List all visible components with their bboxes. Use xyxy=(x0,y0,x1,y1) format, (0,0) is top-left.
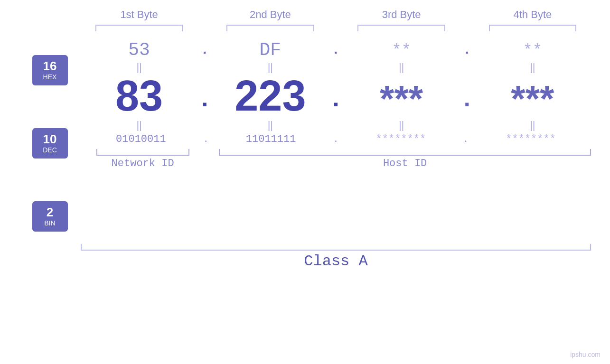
bracket-networkid xyxy=(96,149,189,156)
dec-val-4: *** xyxy=(511,78,554,120)
badge-bin-label: BIN xyxy=(35,219,66,227)
hex-cell-2: DF xyxy=(212,40,328,60)
bin-cell-3: ******** xyxy=(341,133,461,145)
badge-dec-label: DEC xyxy=(35,146,66,154)
dec-row: 83 . 223 . *** . *** xyxy=(81,75,591,117)
hex-dot-1: . xyxy=(197,43,212,57)
dec-dot-2: . xyxy=(329,86,343,117)
eq-sign-2: || xyxy=(268,61,273,73)
hex-cell-4: ** xyxy=(474,41,591,59)
hex-val-1: 53 xyxy=(128,40,150,60)
class-label: Class A xyxy=(81,252,591,270)
badge-hex-number: 16 xyxy=(35,60,66,72)
hex-val-2: DF xyxy=(260,40,282,60)
dec-cell-1: 83 xyxy=(81,75,197,117)
hex-row: 53 . DF . ** . ** xyxy=(81,31,591,60)
eq2-sign-2: || xyxy=(268,119,273,131)
data-cols: 53 . DF . ** . ** || || xyxy=(81,31,591,241)
bin-dot-2: . xyxy=(331,135,341,144)
networkid-label: Network ID xyxy=(112,158,174,169)
bin-cell-4: ******** xyxy=(470,133,591,145)
class-bracket xyxy=(81,244,591,251)
bin-dot-1: . xyxy=(201,135,211,144)
badge-bin: 2 BIN xyxy=(32,201,68,232)
badge-hex-label: HEX xyxy=(35,73,66,81)
dec-dot-1: . xyxy=(197,86,212,117)
bottom-brackets-row xyxy=(81,149,591,156)
bin-dot-3: . xyxy=(461,135,470,144)
badges-col: 16 HEX 10 DEC 2 BIN xyxy=(19,31,81,241)
dec-cell-2: 223 xyxy=(212,75,328,117)
byte-col-3: 3rd Byte xyxy=(343,9,460,31)
badge-bin-number: 2 xyxy=(35,206,66,218)
badge-dec-number: 10 xyxy=(35,133,66,145)
byte-label-4: 4th Byte xyxy=(474,9,591,21)
bracket-top-3 xyxy=(357,25,445,31)
eq2-cell-4: || xyxy=(474,119,591,131)
eq-sign-3: || xyxy=(399,61,404,73)
eq2-sign-4: || xyxy=(530,119,535,131)
bracket-hostid xyxy=(219,149,591,156)
eq2-cell-1: || xyxy=(81,119,197,131)
watermark: ipshu.com xyxy=(570,351,601,358)
bin-val-2: 11011111 xyxy=(246,133,296,145)
hex-val-4: ** xyxy=(523,41,542,59)
eq2-sign-3: || xyxy=(399,119,404,131)
bin-cell-2: 11011111 xyxy=(211,133,331,145)
bin-cell-1: 01010011 xyxy=(81,133,201,145)
networkid-label-wrap: Network ID xyxy=(81,158,205,169)
byte-col-4: 4th Byte xyxy=(474,9,591,31)
header-row: 1st Byte 2nd Byte 3rd Byte 4th Byte xyxy=(19,0,591,31)
dec-val-1: 83 xyxy=(115,72,163,120)
eq-cell-3: || xyxy=(343,61,460,74)
bin-val-3: ******** xyxy=(376,133,426,145)
eq-cell-4: || xyxy=(474,61,591,74)
badge-dec: 10 DEC xyxy=(32,128,68,159)
byte-col-2: 2nd Byte xyxy=(212,9,328,31)
bin-val-4: ******** xyxy=(506,133,556,145)
hex-val-3: ** xyxy=(392,41,411,59)
main-container: 1st Byte 2nd Byte 3rd Byte 4th Byte 16 H… xyxy=(0,0,610,364)
content-area: 16 HEX 10 DEC 2 BIN 53 . DF xyxy=(19,31,591,241)
byte-label-3: 3rd Byte xyxy=(343,9,460,21)
hex-dot-3: . xyxy=(460,43,474,57)
hostid-label-wrap: Host ID xyxy=(219,158,591,169)
hex-dot-2: . xyxy=(329,43,343,57)
bin-row: 01010011 . 11011111 . ******** . *******… xyxy=(81,133,591,149)
bin-val-1: 01010011 xyxy=(116,133,166,145)
eq2-sign-1: || xyxy=(136,119,141,131)
bracket-top-1 xyxy=(95,25,183,31)
dec-val-3: *** xyxy=(380,78,423,120)
hex-cell-1: 53 xyxy=(81,40,197,60)
dec-cell-3: *** xyxy=(343,80,460,117)
byte-label-2: 2nd Byte xyxy=(212,9,328,21)
badge-hex: 16 HEX xyxy=(32,55,68,85)
bracket-hostid-wrap xyxy=(219,149,591,156)
class-section: Class A xyxy=(81,244,591,270)
eq2-cell-3: || xyxy=(343,119,460,131)
eq2-cell-2: || xyxy=(212,119,328,131)
byte-col-1: 1st Byte xyxy=(81,9,197,31)
dec-cell-4: *** xyxy=(474,80,591,117)
dec-dot-3: . xyxy=(460,86,474,117)
hex-cell-3: ** xyxy=(343,41,460,59)
eq-sign-1: || xyxy=(136,61,141,73)
segment-labels-row: Network ID Host ID xyxy=(81,158,591,169)
bracket-networkid-wrap xyxy=(81,149,205,156)
eq-row-2: || || || || xyxy=(81,117,591,133)
hostid-label: Host ID xyxy=(383,158,427,169)
dec-val-2: 223 xyxy=(235,72,306,120)
bracket-top-4 xyxy=(489,25,577,31)
eq-sign-4: || xyxy=(530,61,535,73)
byte-label-1: 1st Byte xyxy=(81,9,197,21)
bracket-top-2 xyxy=(226,25,314,31)
